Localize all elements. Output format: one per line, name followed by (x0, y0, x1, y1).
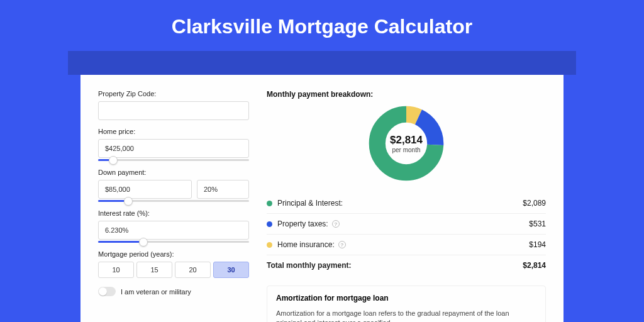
zip-label: Property Zip Code: (98, 90, 249, 97)
home-price-input[interactable] (98, 139, 249, 158)
legend-label: Principal & Interest: (277, 199, 343, 208)
legend-label: Property taxes: (277, 219, 328, 228)
legend-row: Home insurance:?$194 (267, 234, 546, 255)
breakdown-column: Monthly payment breakdown: $2,814 per mo… (267, 90, 546, 322)
slider-thumb[interactable] (124, 197, 133, 206)
legend: Principal & Interest:$2,089Property taxe… (267, 193, 546, 255)
period-label: Mortgage period (years): (98, 250, 249, 258)
period-btn-30[interactable]: 30 (213, 262, 249, 278)
down-payment-slider[interactable] (98, 200, 249, 202)
calculator-card: Property Zip Code: Home price: Down paym… (80, 75, 564, 322)
zip-field-group: Property Zip Code: (98, 90, 249, 120)
header-strip (68, 51, 576, 75)
interest-field-group: Interest rate (%): (98, 209, 249, 243)
donut-wrap: $2,814 per month (267, 105, 546, 182)
form-column: Property Zip Code: Home price: Down paym… (98, 90, 249, 322)
amortization-title: Amortization for mortgage loan (276, 294, 536, 303)
slider-thumb[interactable] (139, 238, 148, 247)
total-label: Total monthly payment: (267, 261, 351, 270)
home-price-label: Home price: (98, 128, 249, 135)
amortization-text: Amortization for a mortgage loan refers … (276, 309, 536, 322)
period-field-group: Mortgage period (years): 10152030 (98, 250, 249, 278)
slider-fill (98, 241, 143, 243)
slider-thumb[interactable] (109, 156, 118, 165)
home-price-slider[interactable] (98, 159, 249, 161)
interest-slider[interactable] (98, 241, 249, 243)
total-value: $2,814 (523, 261, 546, 270)
donut-amount: $2,814 (390, 134, 423, 147)
payment-donut-chart: $2,814 per month (368, 105, 445, 182)
legend-label: Home insurance: (277, 240, 335, 249)
amortization-block: Amortization for mortgage loan Amortizat… (267, 286, 546, 322)
legend-value: $194 (529, 240, 546, 249)
legend-value: $2,089 (523, 199, 546, 208)
breakdown-title: Monthly payment breakdown: (267, 90, 546, 99)
zip-input[interactable] (98, 101, 249, 120)
period-row: 10152030 (98, 262, 249, 278)
period-btn-15[interactable]: 15 (136, 262, 172, 278)
period-btn-10[interactable]: 10 (98, 262, 134, 278)
toggle-knob (99, 287, 107, 296)
veteran-toggle-row: I am veteran or military (98, 287, 249, 296)
legend-dot-icon (267, 242, 272, 248)
down-payment-label: Down payment: (98, 169, 249, 176)
legend-total-row: Total monthly payment: $2,814 (267, 255, 546, 275)
donut-center: $2,814 per month (368, 105, 445, 182)
down-payment-pct-input[interactable] (197, 180, 249, 199)
interest-label: Interest rate (%): (98, 209, 249, 217)
down-payment-field-group: Down payment: (98, 169, 249, 202)
legend-dot-icon (267, 221, 272, 227)
legend-row: Principal & Interest:$2,089 (267, 193, 546, 213)
veteran-label: I am veteran or military (121, 288, 191, 296)
legend-dot-icon (267, 201, 272, 206)
down-payment-input[interactable] (98, 180, 192, 199)
legend-value: $531 (529, 219, 546, 228)
home-price-field-group: Home price: (98, 128, 249, 161)
veteran-toggle[interactable] (98, 287, 116, 296)
period-btn-20[interactable]: 20 (175, 262, 211, 278)
donut-sub: per month (392, 147, 420, 153)
interest-input[interactable] (98, 221, 249, 240)
info-icon[interactable]: ? (332, 220, 340, 228)
legend-row: Property taxes:?$531 (267, 213, 546, 234)
page-title: Clarksville Mortgage Calculator (0, 0, 644, 51)
info-icon[interactable]: ? (338, 241, 346, 248)
